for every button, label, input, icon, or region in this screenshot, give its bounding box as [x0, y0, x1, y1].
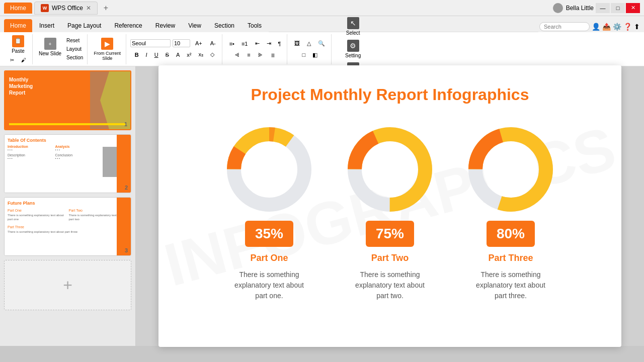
align-left-button[interactable]: ⫷ [231, 50, 243, 59]
tab-page-layout[interactable]: Page Layout [61, 19, 107, 32]
slide-title-part2: Infographics [428, 85, 529, 104]
bullet-list-button[interactable]: ≡• [226, 39, 237, 48]
format-painter-button[interactable]: 🖌 [18, 56, 29, 64]
slide-3-bg: Future Plans Part One There is something… [5, 198, 131, 255]
slide-3-preview: Future Plans Part One There is something… [5, 198, 131, 255]
paste-label: Paste [12, 48, 25, 54]
layout-button[interactable]: Layout [65, 45, 84, 53]
tab-home[interactable]: Home [4, 19, 32, 32]
paste-icon: 📋 [12, 35, 24, 47]
font-family-input[interactable] [130, 39, 171, 47]
underline-button[interactable]: U [151, 50, 162, 59]
paragraph-settings[interactable]: ¶ [275, 39, 284, 48]
paste-group: 📋 Paste ✂ 🖌 [4, 34, 33, 64]
slide-3-bar [117, 198, 131, 255]
svg-point-3 [242, 142, 296, 197]
expand-icon: ⬆ [634, 23, 640, 31]
numbered-list-button[interactable]: ≡1 [238, 39, 251, 48]
slide-1-bg: MonthlyMarketingReport [5, 71, 130, 129]
shadow-button[interactable]: □ [299, 50, 309, 60]
subscript-button[interactable]: x₂ [195, 50, 206, 59]
slide-1-preview: MonthlyMarketingReport [5, 71, 130, 129]
slide-title-part1: Project Monthly [251, 85, 376, 104]
font-size-increase[interactable]: A+ [192, 39, 205, 48]
chart-3-donut [465, 124, 556, 215]
window-controls: — □ ✕ [596, 3, 640, 13]
tab-tools[interactable]: Tools [242, 19, 268, 32]
search-input[interactable] [539, 22, 590, 31]
cut-button[interactable]: ✂ [7, 56, 17, 64]
from-current-button[interactable]: ▶ From Current Slide [92, 37, 123, 62]
slide-2-thumb[interactable]: Table Of Contents Introduction • • • Des… [4, 134, 131, 193]
decrease-indent-button[interactable]: ⇤ [252, 39, 263, 48]
shapes-button[interactable]: △ [304, 39, 314, 48]
tab-review[interactable]: Review [149, 19, 181, 32]
tab-view[interactable]: View [182, 19, 207, 32]
slide-1-photo [90, 71, 130, 129]
setting-icon: ⚙ [347, 40, 359, 52]
setting-label: Setting [345, 53, 361, 58]
tab-reference[interactable]: Reference [108, 19, 148, 32]
reset-button[interactable]: Reset [65, 37, 84, 44]
new-tab-button[interactable]: + [100, 3, 112, 14]
new-slide-button[interactable]: + New Slide [37, 37, 63, 61]
slide-1-bar [9, 123, 126, 125]
increase-indent-button[interactable]: ⇥ [264, 39, 274, 48]
select-button[interactable]: ↖ Select [344, 16, 362, 37]
ribbon-tabs: Home Insert Page Layout Reference Review… [0, 16, 644, 32]
slide-2-col2: Analysis • • • Conclusion • • • [55, 145, 101, 177]
from-current-label: From Current Slide [94, 51, 121, 61]
search-button[interactable]: 🔍 [315, 39, 328, 48]
bold-button[interactable]: B [132, 50, 142, 59]
align-right-button[interactable]: ⫸ [255, 50, 266, 59]
chart-1-donut [224, 124, 314, 215]
avatar [553, 3, 563, 13]
tab-insert[interactable]: Insert [33, 19, 60, 32]
chart-3-label: Part Three [488, 253, 533, 263]
close-button[interactable]: ✕ [626, 3, 640, 13]
tab-wps[interactable]: W WPS Office ✕ [34, 2, 98, 15]
shape-button[interactable]: ◇ [207, 50, 217, 59]
drawing-group: 🖼 △ 🔍 □ ◧ [288, 34, 332, 64]
svg-point-12 [484, 142, 538, 197]
paragraph-group: ≡• ≡1 ⇤ ⇥ ¶ ⫷ ≡ ⫸ ⫼ [223, 34, 288, 64]
slide-2-num: 2 [125, 185, 128, 191]
setting-button[interactable]: ⚙ Setting [343, 39, 363, 59]
minimize-button[interactable]: — [596, 3, 610, 13]
justify-button[interactable]: ⫼ [267, 50, 279, 59]
font-color-button[interactable]: A [173, 50, 183, 59]
arrange-button[interactable]: ◧ [309, 50, 320, 60]
maximize-button[interactable]: □ [611, 3, 625, 13]
tab-home[interactable]: Home [4, 3, 32, 14]
slide-2-bar [117, 135, 131, 193]
slide-2-bg: Table Of Contents Introduction • • • Des… [5, 135, 131, 193]
align-center-button[interactable]: ≡ [244, 50, 253, 59]
chart-3: 80% Part Three There is something explan… [465, 124, 556, 301]
strikethrough-button[interactable]: S [163, 50, 172, 59]
tab-close-btn[interactable]: ✕ [86, 5, 91, 12]
slide-3-thumb[interactable]: Future Plans Part One There is something… [4, 197, 131, 256]
slide-3-num: 3 [125, 247, 128, 253]
font-size-decrease[interactable]: A- [207, 39, 219, 48]
picture-button[interactable]: 🖼 [291, 39, 303, 48]
add-slide-button[interactable]: + [4, 260, 131, 310]
chart-3-badge: 80% [487, 221, 535, 247]
new-slide-icon: + [44, 38, 56, 50]
italic-button[interactable]: I [143, 50, 150, 59]
wps-icon: W [41, 4, 49, 12]
ribbon-content: 📋 Paste ✂ 🖌 + New Slide Reset Layout S [0, 32, 644, 66]
wps-label: WPS Office [52, 5, 83, 12]
slide-1-text: MonthlyMarketingReport [9, 76, 33, 96]
chart-2-donut [345, 124, 435, 215]
new-slide-label: New Slide [39, 51, 61, 56]
slide-1-thumb[interactable]: MonthlyMarketingReport 1 [4, 70, 131, 130]
chart-1: 35% Part One There is something explanat… [224, 124, 314, 301]
chart-2-label: Part Two [371, 253, 409, 263]
tab-section[interactable]: Section [208, 19, 240, 32]
slide-1-num: 1 [124, 121, 127, 127]
superscript-button[interactable]: x² [184, 50, 194, 59]
paste-button[interactable]: 📋 Paste [9, 34, 27, 55]
section-button[interactable]: Section [65, 54, 84, 61]
reset-label: Reset [66, 38, 79, 43]
font-size-input[interactable] [173, 39, 190, 47]
